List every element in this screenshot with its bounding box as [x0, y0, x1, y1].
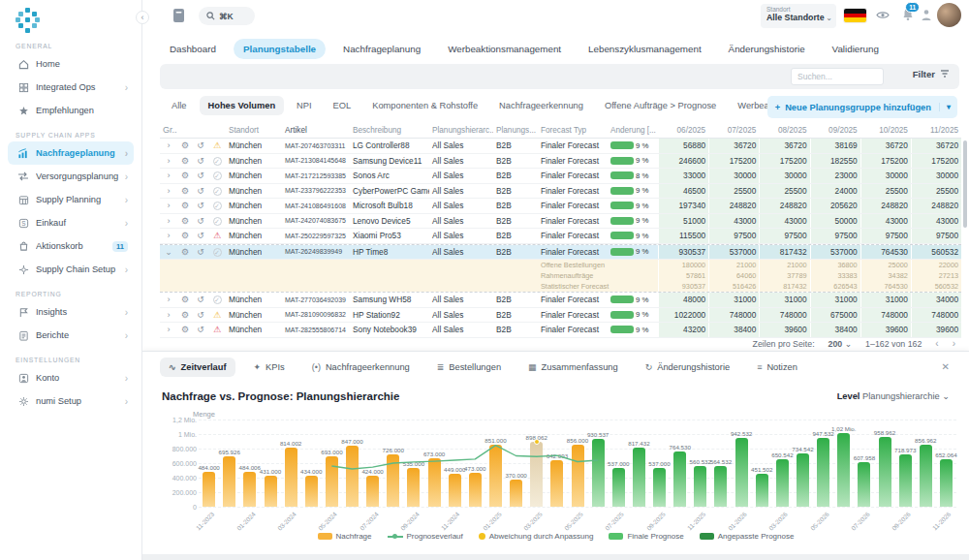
bar-01-2024[interactable] [243, 472, 256, 507]
month-header[interactable]: 08/2025 [759, 122, 809, 138]
history-icon[interactable]: ↺ [193, 295, 208, 304]
chevron-right-icon[interactable]: › [160, 186, 177, 196]
forecast-cell[interactable]: 97500 [860, 229, 911, 243]
history-icon[interactable]: ↺ [193, 310, 208, 320]
chip-1[interactable]: Hohes Volumen [200, 96, 285, 115]
close-icon[interactable]: ✕ [942, 361, 950, 372]
forecast-cell[interactable]: 31000 [810, 293, 860, 307]
month-header[interactable]: 06/2025 [658, 122, 708, 138]
bar-11-2023[interactable] [203, 472, 215, 507]
forecast-cell[interactable]: 43000 [708, 214, 759, 229]
bar-11-2026[interactable] [940, 459, 953, 507]
chip-3[interactable]: EOL [325, 96, 360, 115]
bar-10-2026[interactable] [920, 445, 932, 507]
history-icon[interactable]: ↺ [193, 140, 208, 150]
level-selector[interactable]: Level Planungshierarchie ⌄ [837, 390, 950, 401]
chip-2[interactable]: NPI [288, 96, 321, 115]
bar-02-2025[interactable] [510, 480, 522, 507]
forecast-cell[interactable]: 537000 [708, 245, 759, 260]
bar-03-2025[interactable] [530, 442, 543, 507]
table-row[interactable]: › ⚙ ↺ ✓ München MAT-277036492039 Samsung… [160, 293, 961, 308]
chevron-right-icon[interactable]: › [160, 140, 177, 150]
forecast-cell[interactable]: 537000 [810, 245, 860, 260]
bar-09-2025[interactable] [653, 468, 666, 507]
forecast-cell[interactable]: 930537 [658, 245, 708, 260]
bar-08-2026[interactable] [879, 437, 891, 507]
forecast-cell[interactable]: 30000 [708, 169, 759, 183]
table-row[interactable]: › ⚙ ↺ ⚠ München MAT-281090096832 HP Stat… [160, 308, 961, 324]
forecast-cell[interactable]: 560532 [911, 245, 961, 260]
forecast-cell[interactable]: 115500 [658, 229, 708, 243]
forecast-cell[interactable]: 748000 [759, 308, 809, 323]
forecast-cell[interactable]: 675000 [810, 308, 860, 323]
filter-button[interactable]: Filter [913, 69, 950, 79]
sidebar-item-numi-setup[interactable]: numi Setup › [8, 389, 134, 413]
history-icon[interactable]: ↺ [193, 156, 208, 166]
chevron-right-icon[interactable]: › [160, 231, 177, 240]
bar-06-2024[interactable] [346, 446, 359, 508]
bar-01-2026[interactable] [735, 438, 748, 507]
panel-tab-0[interactable]: ∿Zeitverlauf [160, 358, 235, 377]
bar-07-2024[interactable] [366, 476, 379, 507]
bar-05-2024[interactable] [326, 456, 338, 507]
forecast-cell[interactable]: 38400 [708, 323, 759, 337]
avatar[interactable] [937, 3, 961, 27]
chip-4[interactable]: Komponenten & Rohstoffe [363, 96, 486, 115]
forecast-cell[interactable]: 248820 [911, 199, 961, 213]
forecast-cell[interactable]: 748000 [708, 308, 759, 323]
tab-1[interactable]: Planungstabelle [234, 39, 326, 59]
journal-icon[interactable] [172, 8, 186, 25]
forecast-cell[interactable]: 97500 [911, 229, 961, 243]
chip-0[interactable]: Alle [163, 96, 196, 115]
gear-icon[interactable]: ⚙ [177, 310, 193, 320]
page-next-button[interactable]: › [953, 338, 955, 349]
gear-icon[interactable]: ⚙ [177, 247, 193, 257]
tab-5[interactable]: Änderungshistorie [719, 39, 815, 59]
chevron-down-icon[interactable]: ⌄ [160, 247, 177, 257]
forecast-cell[interactable]: 748000 [911, 308, 961, 323]
forecast-cell[interactable]: 97500 [708, 229, 759, 243]
forecast-cell[interactable]: 50000 [810, 214, 860, 229]
forecast-cell[interactable]: 34000 [911, 293, 961, 307]
chevron-right-icon[interactable]: › [160, 156, 177, 166]
table-row[interactable]: › ⚙ ↺ ✓ München MAT-213084145648 Samsung… [160, 154, 961, 170]
table-row[interactable]: › ⚙ ↺ ✓ München MAT-242074083675 Lenovo … [160, 214, 961, 230]
table-row[interactable]: ⌄ ⚙ ↺ ✓ München MAT-26249839949 HP Time8… [160, 245, 961, 261]
bar-02-2024[interactable] [265, 476, 277, 507]
add-button-dropdown[interactable]: ▾ [939, 103, 957, 111]
page-prev-button[interactable]: ‹ [935, 338, 938, 349]
history-icon[interactable]: ↺ [193, 216, 208, 226]
forecast-cell[interactable]: 39600 [759, 323, 809, 337]
forecast-cell[interactable]: 38400 [810, 323, 860, 337]
history-icon[interactable]: ↺ [193, 171, 208, 180]
gear-icon[interactable]: ⚙ [177, 186, 193, 196]
panel-tab-1[interactable]: ✦KPIs [245, 358, 294, 377]
forecast-cell[interactable]: 817432 [759, 245, 809, 260]
forecast-cell[interactable]: 182550 [810, 154, 860, 169]
sidebar-item-supply-planning[interactable]: Supply Planning › [8, 188, 134, 211]
forecast-cell[interactable]: 33000 [658, 169, 708, 183]
forecast-cell[interactable]: 248820 [759, 199, 809, 213]
forecast-cell[interactable]: 764530 [860, 245, 911, 260]
gear-icon[interactable]: ⚙ [177, 216, 193, 226]
gear-icon[interactable]: ⚙ [177, 325, 193, 334]
history-icon[interactable]: ↺ [193, 186, 208, 196]
tab-3[interactable]: Werbeaktionsmanagement [438, 39, 571, 59]
bar-08-2025[interactable] [633, 448, 645, 507]
bar-04-2024[interactable] [305, 476, 318, 508]
tab-4[interactable]: Lebenszyklusmanagement [578, 39, 711, 59]
bar-03-2026[interactable] [776, 459, 789, 507]
sidebar-item-konto[interactable]: Konto › [8, 366, 134, 389]
gear-icon[interactable]: ⚙ [177, 231, 193, 240]
forecast-cell[interactable]: 248820 [860, 199, 911, 213]
forecast-cell[interactable]: 43000 [911, 214, 961, 229]
bell-icon[interactable]: 11 [901, 7, 915, 23]
panel-tab-5[interactable]: ↻Änderungshistorie [637, 358, 739, 377]
add-planning-group-button[interactable]: +Neue Planungsgruppe hinzufügen ▾ [767, 96, 957, 118]
forecast-cell[interactable]: 31000 [759, 293, 809, 307]
forecast-cell[interactable]: 25500 [911, 184, 961, 199]
table-row[interactable]: › ⚙ ↺ ⚠ München MAT-207463703311 LG Cont… [160, 139, 961, 154]
history-icon[interactable]: ↺ [193, 325, 208, 334]
table-row[interactable]: › ⚙ ↺ ✓ München MAT-241086491608 Microso… [160, 199, 961, 214]
chevron-right-icon[interactable]: › [160, 201, 177, 210]
